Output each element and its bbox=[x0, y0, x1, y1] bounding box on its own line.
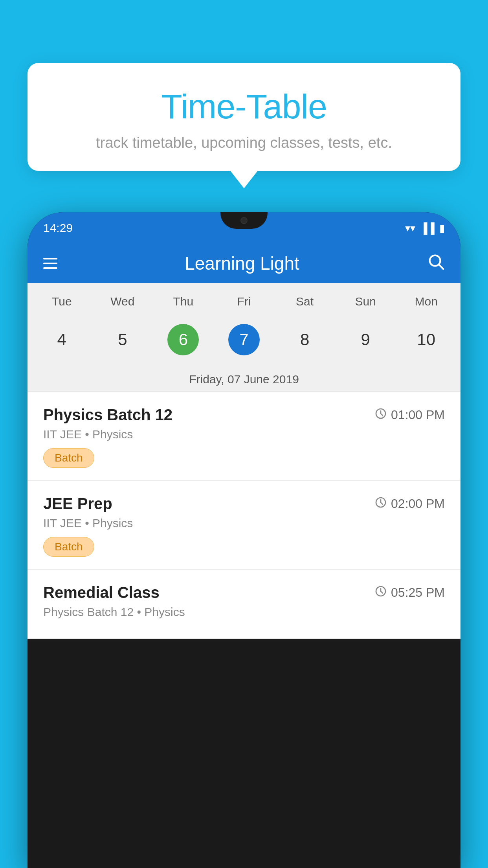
schedule-item-3-meta: Physics Batch 12 • Physics bbox=[43, 605, 445, 619]
status-bar: 14:29 ▾▾ ▐▐ ▮ bbox=[28, 212, 460, 244]
notch bbox=[220, 212, 268, 229]
wifi-icon: ▾▾ bbox=[405, 222, 415, 234]
schedule-item-1-time: 01:00 PM bbox=[374, 407, 445, 423]
date-num-10: 10 bbox=[411, 324, 442, 355]
days-header: Tue Wed Thu Fri Sat Sun Mon bbox=[28, 283, 460, 316]
date-cell-6[interactable]: 6 bbox=[153, 320, 214, 359]
selected-date-label: Friday, 07 June 2019 bbox=[28, 367, 460, 392]
app-header: Learning Light bbox=[28, 244, 460, 283]
day-label-fri: Fri bbox=[214, 291, 275, 312]
day-label-wed: Wed bbox=[92, 291, 153, 312]
schedule-item-3-title: Remedial Class bbox=[43, 584, 160, 601]
tooltip-card: Time-Table track timetable, upcoming cla… bbox=[28, 63, 460, 171]
day-label-sun: Sun bbox=[335, 291, 396, 312]
schedule-list: Physics Batch 12 01:00 PM IIT JEE • Phys… bbox=[28, 392, 460, 639]
status-time: 14:29 bbox=[43, 221, 73, 235]
clock-icon-2 bbox=[374, 496, 387, 512]
schedule-item-1-meta: IIT JEE • Physics bbox=[43, 428, 445, 441]
app-title: Learning Light bbox=[69, 253, 415, 274]
phone-mockup: 14:29 ▾▾ ▐▐ ▮ Learning Light bbox=[28, 212, 460, 868]
date-num-9: 9 bbox=[350, 324, 381, 355]
schedule-item-1-header: Physics Batch 12 01:00 PM bbox=[43, 406, 445, 424]
schedule-item-2-title: JEE Prep bbox=[43, 495, 112, 513]
day-label-thu: Thu bbox=[153, 291, 214, 312]
date-num-5: 5 bbox=[107, 324, 138, 355]
schedule-item-1[interactable]: Physics Batch 12 01:00 PM IIT JEE • Phys… bbox=[28, 392, 460, 481]
schedule-item-1-time-text: 01:00 PM bbox=[391, 408, 445, 422]
clock-icon-3 bbox=[374, 585, 387, 601]
tooltip-subtitle: track timetable, upcoming classes, tests… bbox=[47, 134, 441, 151]
schedule-item-2-time: 02:00 PM bbox=[374, 496, 445, 512]
calendar-section: Tue Wed Thu Fri Sat Sun Mon 4 5 6 bbox=[28, 283, 460, 392]
status-icons: ▾▾ ▐▐ ▮ bbox=[405, 222, 445, 234]
date-cell-4[interactable]: 4 bbox=[31, 320, 92, 359]
schedule-item-3-header: Remedial Class 05:25 PM bbox=[43, 584, 445, 601]
tooltip-title: Time-Table bbox=[47, 86, 441, 127]
hamburger-menu-button[interactable] bbox=[43, 258, 57, 269]
schedule-item-2[interactable]: JEE Prep 02:00 PM IIT JEE • Physics Batc… bbox=[28, 481, 460, 570]
schedule-item-2-meta: IIT JEE • Physics bbox=[43, 517, 445, 530]
schedule-item-3-time-text: 05:25 PM bbox=[391, 585, 445, 600]
battery-icon: ▮ bbox=[439, 222, 445, 234]
schedule-item-1-badge: Batch bbox=[43, 448, 94, 468]
date-num-8: 8 bbox=[289, 324, 321, 355]
date-num-7-selected: 7 bbox=[228, 324, 260, 355]
schedule-item-2-header: JEE Prep 02:00 PM bbox=[43, 495, 445, 513]
camera-dot bbox=[240, 217, 248, 224]
day-label-mon: Mon bbox=[396, 291, 457, 312]
date-cell-8[interactable]: 8 bbox=[274, 320, 335, 359]
day-label-sat: Sat bbox=[274, 291, 335, 312]
date-cell-10[interactable]: 10 bbox=[396, 320, 457, 359]
phone-screen: Tue Wed Thu Fri Sat Sun Mon 4 5 6 bbox=[28, 283, 460, 639]
date-cell-7[interactable]: 7 bbox=[214, 320, 275, 359]
schedule-item-1-title: Physics Batch 12 bbox=[43, 406, 172, 424]
day-label-tue: Tue bbox=[31, 291, 92, 312]
schedule-item-3[interactable]: Remedial Class 05:25 PM Physics Batch 12… bbox=[28, 570, 460, 639]
dates-row: 4 5 6 7 8 9 10 bbox=[28, 316, 460, 367]
schedule-item-2-time-text: 02:00 PM bbox=[391, 497, 445, 511]
date-num-6-today: 6 bbox=[167, 324, 199, 355]
date-cell-9[interactable]: 9 bbox=[335, 320, 396, 359]
signal-icon: ▐▐ bbox=[420, 222, 435, 234]
date-cell-5[interactable]: 5 bbox=[92, 320, 153, 359]
search-button[interactable] bbox=[427, 252, 445, 275]
schedule-item-2-badge: Batch bbox=[43, 537, 94, 557]
svg-line-1 bbox=[439, 265, 444, 269]
clock-icon-1 bbox=[374, 407, 387, 423]
schedule-item-3-time: 05:25 PM bbox=[374, 585, 445, 601]
date-num-4: 4 bbox=[46, 324, 77, 355]
